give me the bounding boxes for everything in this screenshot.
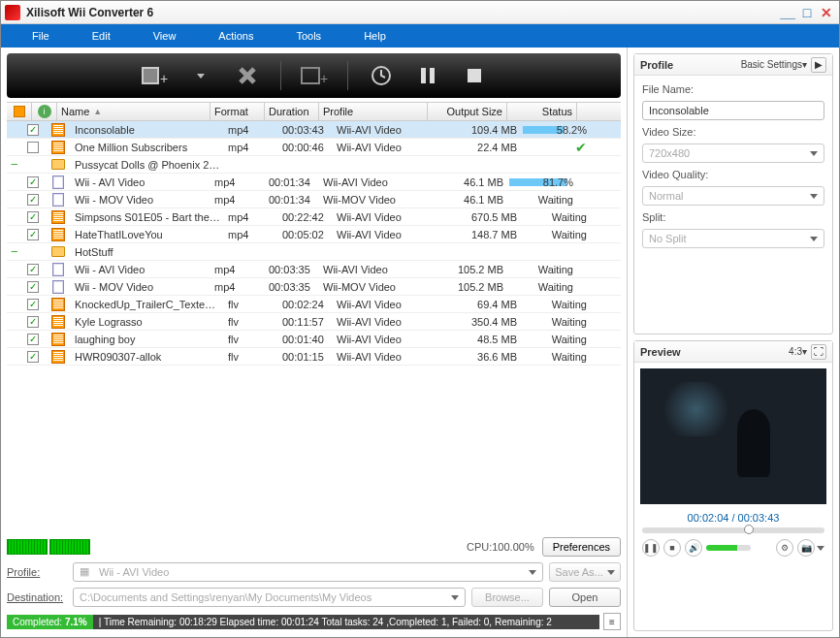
chevron-down-icon <box>451 595 459 600</box>
row-profile: Wii-AVI Video <box>333 351 441 363</box>
row-status: Waiting <box>521 351 591 363</box>
table-row[interactable]: ✓KnockedUp_TrailerC_Texted_...flv00:02:2… <box>7 296 621 313</box>
seek-slider[interactable] <box>642 527 824 533</box>
header-outputsize[interactable]: Output Size <box>428 103 507 120</box>
table-row[interactable]: ✓laughing boyflv00:01:40Wii-AVI Video48.… <box>7 331 621 348</box>
expand-toggle[interactable]: − <box>7 157 20 172</box>
row-status: Waiting <box>507 264 577 275</box>
menu-edit[interactable]: Edit <box>71 30 132 42</box>
row-name: HotStuff <box>71 246 224 258</box>
row-format: flv <box>224 299 278 310</box>
stop-button[interactable] <box>455 58 494 93</box>
videosize-dropdown[interactable]: 720x480 <box>642 144 824 163</box>
row-checkbox[interactable]: ✓ <box>20 211 46 223</box>
pause-button[interactable] <box>408 58 447 93</box>
expand-toggle[interactable]: − <box>7 244 20 259</box>
row-checkbox[interactable]: ✓ <box>20 124 46 136</box>
row-size: 105.2 MB <box>428 281 507 293</box>
film-icon <box>46 141 71 154</box>
menu-tools[interactable]: Tools <box>275 30 342 42</box>
row-format: flv <box>224 316 278 328</box>
row-checkbox[interactable]: ✓ <box>20 194 46 206</box>
table-row[interactable]: ✓HWR090307-allokflv00:01:15Wii-AVI Video… <box>7 348 621 366</box>
preview-fullscreen-button[interactable]: ⛶ <box>811 344 826 360</box>
split-dropdown[interactable]: No Split <box>642 229 824 248</box>
menu-actions[interactable]: Actions <box>197 30 275 42</box>
row-checkbox[interactable]: ✓ <box>20 334 46 345</box>
maximize-button[interactable]: □ <box>798 5 816 20</box>
close-button[interactable]: ✕ <box>818 5 835 20</box>
profile-expand-button[interactable]: ▶ <box>811 57 826 73</box>
minimize-button[interactable]: __ <box>779 5 796 20</box>
row-checkbox[interactable] <box>20 142 46 153</box>
table-row[interactable]: ✓Inconsolablemp400:03:43Wii-AVI Video109… <box>7 121 621 139</box>
row-checkbox[interactable]: ✓ <box>20 351 46 363</box>
table-row[interactable]: −Pussycat Dolls @ Phoenix 24.... <box>7 156 621 174</box>
toolbar: + + <box>7 53 621 98</box>
table-row[interactable]: ✓Simpsons S01E05 - Bart the G...mp400:22… <box>7 208 621 226</box>
table-row[interactable]: ✓HateThatILoveYoump400:05:02Wii-AVI Vide… <box>7 226 621 243</box>
add-dropdown-button[interactable] <box>181 58 220 93</box>
svg-text:+: + <box>320 71 328 86</box>
filename-input[interactable] <box>642 101 824 120</box>
row-size: 670.5 MB <box>441 211 521 223</box>
row-checkbox[interactable]: ✓ <box>20 281 46 293</box>
menu-help[interactable]: Help <box>342 30 407 42</box>
row-size: 69.4 MB <box>441 299 521 310</box>
add-file-button[interactable]: + <box>135 58 174 93</box>
film-icon <box>46 210 71 224</box>
header-type-icon[interactable]: i <box>32 103 57 120</box>
row-size: 36.6 MB <box>441 351 521 363</box>
snapshot-dropdown[interactable] <box>817 546 824 551</box>
row-format: flv <box>224 351 278 363</box>
volume-slider[interactable] <box>706 545 751 551</box>
header-check[interactable] <box>7 103 32 120</box>
row-format: mp4 <box>210 176 265 188</box>
row-name: Wii - MOV Video <box>71 281 210 293</box>
row-duration: 00:03:35 <box>265 281 319 293</box>
settings-icon[interactable]: ⚙ <box>776 539 793 557</box>
volume-button[interactable]: 🔊 <box>685 539 702 557</box>
row-checkbox[interactable]: ✓ <box>20 176 46 188</box>
player-stop-button[interactable]: ■ <box>663 539 681 557</box>
header-status[interactable]: Status <box>507 103 577 120</box>
file-list: ✓Inconsolablemp400:03:43Wii-AVI Video109… <box>7 121 621 532</box>
convert-button[interactable] <box>362 58 401 93</box>
destination-dropdown[interactable]: C:\Documents and Settings\renyan\My Docu… <box>73 588 466 607</box>
header-format[interactable]: Format <box>210 103 265 120</box>
menu-file[interactable]: File <box>11 30 71 42</box>
header-profile[interactable]: Profile <box>319 103 428 120</box>
add-profile-button[interactable]: + <box>295 58 334 93</box>
svg-rect-6 <box>421 68 426 83</box>
row-duration: 00:01:34 <box>265 176 319 188</box>
snapshot-button[interactable]: 📷 <box>797 539 815 557</box>
remove-button[interactable] <box>228 58 267 93</box>
table-row[interactable]: ✓Wii - MOV Videomp400:01:34Wii-MOV Video… <box>7 191 621 208</box>
aspect-dropdown[interactable]: 4:3▾ <box>789 346 807 357</box>
status-rest: | Time Remaining: 00:18:29 Elapsed time:… <box>93 615 599 629</box>
header-duration[interactable]: Duration <box>265 103 319 120</box>
table-row[interactable]: ✓Kyle Lograssoflv00:11:57Wii-AVI Video35… <box>7 313 621 331</box>
row-checkbox[interactable]: ✓ <box>20 316 46 328</box>
statusbar-detail-button[interactable]: ≡ <box>603 613 621 630</box>
play-pause-button[interactable]: ❚❚ <box>642 539 660 557</box>
menu-view[interactable]: View <box>132 30 198 42</box>
table-row[interactable]: ✓Wii - MOV Videomp400:03:35Wii-MOV Video… <box>7 278 621 296</box>
open-button[interactable]: Open <box>549 588 621 607</box>
profile-dropdown[interactable]: ▦ Wii - AVI Video <box>73 562 543 582</box>
table-row[interactable]: One Million Subscribersmp400:00:46Wii-AV… <box>7 139 621 156</box>
save-as-button[interactable]: Save As... <box>549 562 621 582</box>
videoquality-dropdown[interactable]: Normal <box>642 186 824 206</box>
preview-video[interactable] <box>640 368 826 504</box>
basic-settings-dropdown[interactable]: Basic Settings▾ <box>741 59 807 70</box>
table-row[interactable]: ✓Wii - AVI Videomp400:01:34Wii-AVI Video… <box>7 174 621 191</box>
table-row[interactable]: −HotStuff <box>7 243 621 261</box>
row-checkbox[interactable]: ✓ <box>20 264 46 275</box>
destination-row: Destination: C:\Documents and Settings\r… <box>7 587 621 608</box>
browse-button[interactable]: Browse... <box>471 588 543 607</box>
header-name[interactable]: Name▲ <box>57 103 210 120</box>
row-checkbox[interactable]: ✓ <box>20 299 46 310</box>
preferences-button[interactable]: Preferences <box>542 537 621 557</box>
table-row[interactable]: ✓Wii - AVI Videomp400:03:35Wii-AVI Video… <box>7 261 621 278</box>
row-checkbox[interactable]: ✓ <box>20 229 46 240</box>
